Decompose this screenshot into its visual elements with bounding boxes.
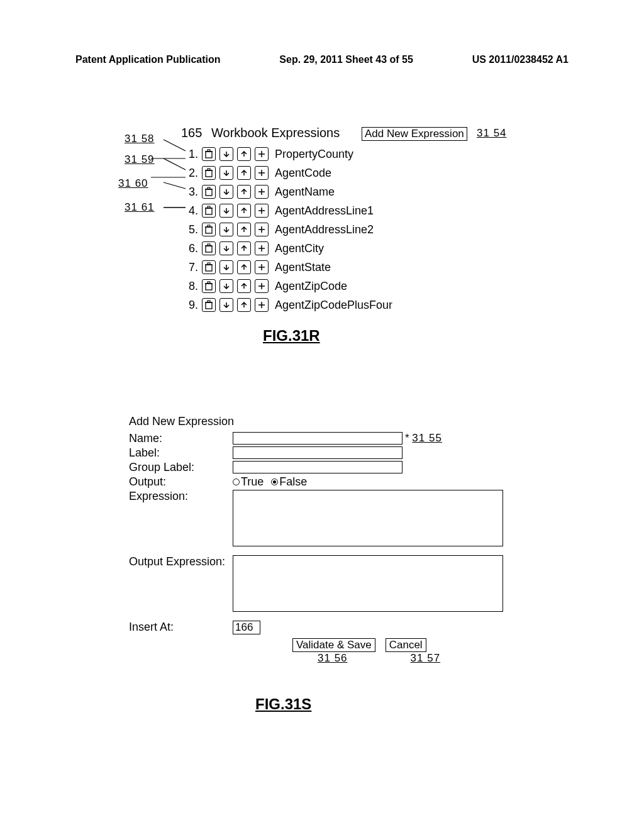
svg-rect-23 <box>208 206 210 208</box>
add-icon[interactable] <box>255 260 269 274</box>
output-expression-input[interactable] <box>233 555 503 612</box>
form-title: Add New Expression <box>129 415 519 428</box>
svg-rect-21 <box>206 208 212 214</box>
label-name: Name: <box>129 432 233 445</box>
figure-31s: Add New Expression Name: * 31 55 Label: … <box>129 415 519 665</box>
move-up-icon[interactable] <box>237 166 251 180</box>
row-number: 9. <box>186 299 198 312</box>
insert-at-input[interactable]: 166 <box>233 621 260 634</box>
move-down-icon[interactable] <box>219 298 233 312</box>
move-up-icon[interactable] <box>237 279 251 293</box>
delete-icon[interactable] <box>202 260 216 274</box>
expression-name: AgentCity <box>275 242 324 255</box>
ref-31-61: 31 61 <box>125 201 155 214</box>
expression-row: 4. AgentAddressLine1 <box>186 201 392 220</box>
svg-line-2 <box>164 182 186 189</box>
label-output: Output: <box>129 475 233 489</box>
label-label: Label: <box>129 446 233 460</box>
row-number: 1. <box>186 148 198 161</box>
ref-31-56: 31 56 <box>318 652 348 665</box>
cancel-button[interactable]: Cancel <box>386 638 426 652</box>
svg-rect-43 <box>208 282 210 284</box>
delete-icon[interactable] <box>202 185 216 199</box>
add-icon[interactable] <box>255 223 269 236</box>
ref-31-59: 31 59 <box>125 153 155 166</box>
add-icon[interactable] <box>255 298 269 312</box>
svg-rect-16 <box>206 189 212 196</box>
move-down-icon[interactable] <box>219 260 233 274</box>
delete-icon[interactable] <box>202 204 216 218</box>
ref-31-57: 31 57 <box>411 652 441 665</box>
radio-true[interactable]: True <box>233 475 264 489</box>
move-up-icon[interactable] <box>237 147 251 161</box>
expression-name: AgentName <box>275 185 335 199</box>
ref-31-54: 31 54 <box>477 127 507 140</box>
header-left: Patent Application Publication <box>75 54 221 65</box>
add-icon[interactable] <box>255 166 269 180</box>
ref-31-60: 31 60 <box>118 177 148 190</box>
svg-rect-6 <box>206 152 212 158</box>
add-icon[interactable] <box>255 185 269 199</box>
ref-31-55: * 31 55 <box>405 432 442 445</box>
move-down-icon[interactable] <box>219 166 233 180</box>
move-down-icon[interactable] <box>219 185 233 199</box>
delete-icon[interactable] <box>202 223 216 236</box>
row-number: 4. <box>186 204 198 218</box>
move-down-icon[interactable] <box>219 279 233 293</box>
name-input[interactable] <box>233 432 402 445</box>
svg-line-0 <box>164 140 186 151</box>
svg-rect-38 <box>208 263 210 265</box>
svg-rect-18 <box>208 187 210 189</box>
move-up-icon[interactable] <box>237 204 251 218</box>
move-down-icon[interactable] <box>219 241 233 255</box>
expression-row: 7. AgentState <box>186 258 392 277</box>
row-number: 6. <box>186 242 198 255</box>
label-output-expression: Output Expression: <box>129 555 233 568</box>
move-up-icon[interactable] <box>237 185 251 199</box>
move-up-icon[interactable] <box>237 223 251 236</box>
label-expression: Expression: <box>129 490 233 503</box>
add-icon[interactable] <box>255 279 269 293</box>
label-insert-at: Insert At: <box>129 621 233 634</box>
row-number: 7. <box>186 261 198 274</box>
delete-icon[interactable] <box>202 298 216 312</box>
label-group-label: Group Label: <box>129 461 233 474</box>
move-up-icon[interactable] <box>237 298 251 312</box>
label-input[interactable] <box>233 446 402 459</box>
figure-label-31s: FIG.31S <box>255 695 311 713</box>
expression-list: 1. PropertyCounty 2. AgentCode 3. AgentN… <box>186 145 392 314</box>
expression-input[interactable] <box>233 490 503 546</box>
add-new-expression-button[interactable]: Add New Expression <box>362 127 467 141</box>
expression-row: 9. AgentZipCodePlusFour <box>186 296 392 314</box>
svg-rect-28 <box>208 225 210 227</box>
ref-31-58: 31 58 <box>125 133 155 145</box>
expression-name: PropertyCounty <box>275 148 353 161</box>
delete-icon[interactable] <box>202 166 216 180</box>
header-mid: Sep. 29, 2011 Sheet 43 of 55 <box>279 54 413 65</box>
expression-name: AgentCode <box>275 167 331 180</box>
add-icon[interactable] <box>255 241 269 255</box>
svg-rect-36 <box>206 265 212 271</box>
svg-rect-41 <box>206 284 212 290</box>
delete-icon[interactable] <box>202 241 216 255</box>
delete-icon[interactable] <box>202 279 216 293</box>
svg-rect-13 <box>208 169 210 170</box>
radio-false[interactable]: False <box>271 475 307 489</box>
add-icon[interactable] <box>255 147 269 161</box>
add-icon[interactable] <box>255 204 269 218</box>
expression-name: AgentZipCodePlusFour <box>275 299 392 312</box>
group-label-input[interactable] <box>233 461 402 473</box>
expression-row: 3. AgentName <box>186 182 392 201</box>
svg-rect-48 <box>208 301 210 302</box>
validate-save-button[interactable]: Validate & Save <box>292 638 375 652</box>
move-down-icon[interactable] <box>219 223 233 236</box>
delete-icon[interactable] <box>202 147 216 161</box>
move-down-icon[interactable] <box>219 147 233 161</box>
move-up-icon[interactable] <box>237 260 251 274</box>
move-down-icon[interactable] <box>219 204 233 218</box>
move-up-icon[interactable] <box>237 241 251 255</box>
expression-name: AgentAddressLine1 <box>275 204 374 218</box>
header-right: US 2011/0238452 A1 <box>472 54 569 65</box>
svg-line-1 <box>164 158 186 170</box>
figure-label-31r: FIG.31R <box>263 327 320 345</box>
